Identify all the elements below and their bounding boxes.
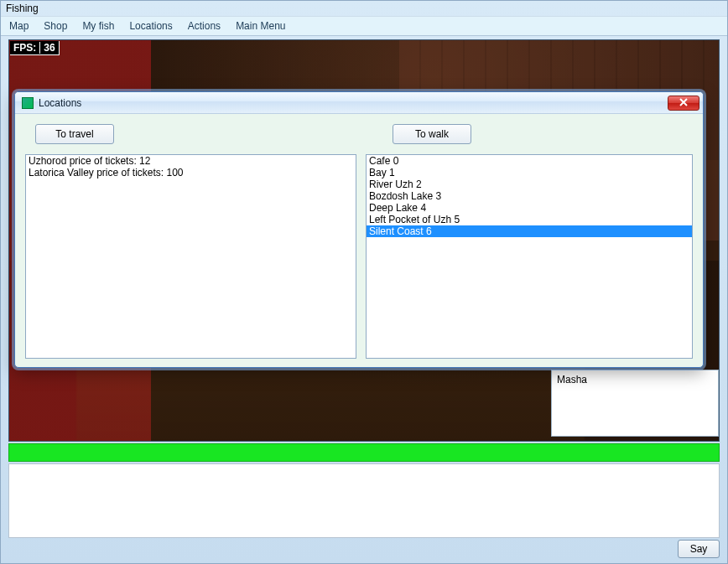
dialog-title: Locations <box>39 97 81 109</box>
walk-list-item[interactable]: River Uzh 2 <box>367 179 692 190</box>
menu-map[interactable]: Map <box>9 20 29 32</box>
person-row[interactable]: Masha <box>557 374 713 385</box>
menu-main-menu[interactable]: Main Menu <box>236 20 285 32</box>
walk-listbox[interactable]: Cafe 0Bay 1River Uzh 2Bozdosh Lake 3Deep… <box>366 154 693 359</box>
travel-list-item[interactable]: Latorica Valley price of tickets: 100 <box>26 167 356 179</box>
walk-list-item[interactable]: Bozdosh Lake 3 <box>367 190 692 202</box>
walk-list-item[interactable]: Cafe 0 <box>367 155 692 167</box>
people-panel: Masha <box>551 370 719 437</box>
menu-locations[interactable]: Locations <box>129 20 172 32</box>
dialog-icon <box>22 97 34 109</box>
menu-shop[interactable]: Shop <box>44 20 67 32</box>
to-travel-button[interactable]: To travel <box>35 124 114 144</box>
menubar: Map Shop My fish Locations Actions Main … <box>1 16 727 36</box>
walk-list-item[interactable]: Deep Lake 4 <box>367 202 692 214</box>
walk-list-item[interactable]: Bay 1 <box>367 167 692 179</box>
status-bar-green <box>8 443 720 462</box>
app-window: Fishing Map Shop My fish Locations Actio… <box>0 0 728 564</box>
to-walk-label: To walk <box>415 128 449 140</box>
to-travel-label: To travel <box>55 128 93 140</box>
fps-counter: FPS: 36 <box>10 41 60 55</box>
travel-list-item[interactable]: Uzhorod price of tickets: 12 <box>26 155 356 167</box>
main-titlebar: Fishing <box>1 1 727 16</box>
walk-list-item[interactable]: Left Pocket of Uzh 5 <box>367 214 692 225</box>
chat-log[interactable] <box>8 463 720 538</box>
fps-label: FPS: <box>13 42 36 54</box>
menu-actions[interactable]: Actions <box>188 20 221 32</box>
locations-dialog: Locations To travel To walk Uzhorod pric… <box>14 91 704 368</box>
main-title: Fishing <box>6 3 39 14</box>
dialog-close-button[interactable] <box>668 96 699 111</box>
dialog-body: To travel To walk Uzhorod price of ticke… <box>15 114 703 367</box>
say-button-label: Say <box>690 543 708 555</box>
to-walk-button[interactable]: To walk <box>393 124 471 144</box>
menu-my-fish[interactable]: My fish <box>82 20 114 32</box>
travel-listbox[interactable]: Uzhorod price of tickets: 12Latorica Val… <box>25 154 356 359</box>
close-icon <box>679 97 688 109</box>
dialog-titlebar[interactable]: Locations <box>15 92 703 114</box>
fps-value: 36 <box>39 42 55 54</box>
walk-list-item[interactable]: Silent Coast 6 <box>367 225 692 237</box>
say-button[interactable]: Say <box>678 540 720 558</box>
